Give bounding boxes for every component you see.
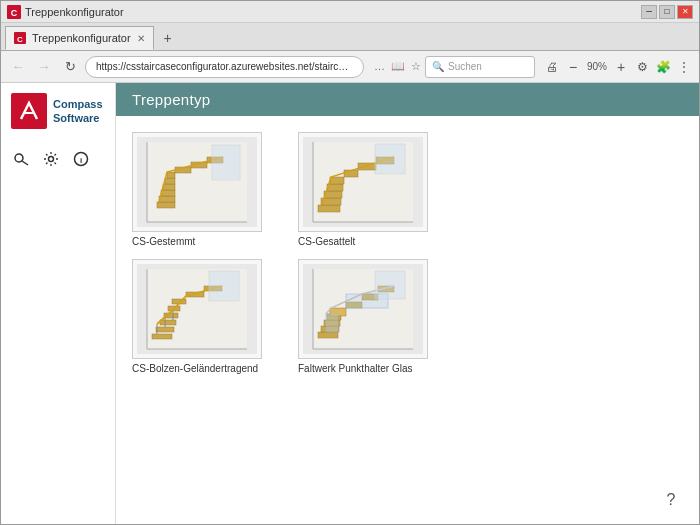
logo-line2: Software: [53, 111, 103, 125]
address-bar: ← → ↻ https://csstaircaseconfigurator.az…: [1, 51, 699, 83]
extensions-icon[interactable]: 🧩: [654, 58, 672, 76]
close-button[interactable]: ✕: [677, 5, 693, 19]
page-title: Treppentyp: [116, 83, 699, 116]
tab-close-button[interactable]: ✕: [137, 33, 145, 44]
search-placeholder: Suchen: [448, 61, 482, 72]
window-title: Treppenkonfigurator: [25, 6, 641, 18]
search-icon: 🔍: [432, 61, 444, 72]
staircase-label-gesattelt: CS-Gesattelt: [298, 236, 355, 247]
maximize-button[interactable]: □: [659, 5, 675, 19]
sidebar-toolbar: i: [11, 145, 105, 173]
help-button[interactable]: ?: [659, 488, 683, 512]
staircase-image-gesattelt[interactable]: [298, 132, 428, 232]
svg-rect-24: [212, 145, 240, 180]
staircase-image-bolzen[interactable]: [132, 259, 262, 359]
logo-line1: Compass: [53, 97, 103, 111]
main-content: Treppentyp: [116, 83, 699, 524]
svg-rect-14: [159, 196, 175, 202]
back-button[interactable]: ←: [7, 56, 29, 78]
svg-rect-64: [326, 314, 338, 332]
svg-rect-18: [167, 172, 175, 178]
list-item: CS-Bolzen-Geländertragend: [132, 259, 286, 374]
staircase-image-gestemmt[interactable]: [132, 132, 262, 232]
app-area: Compass Software i Treppentyp: [1, 83, 699, 524]
logo-text: Compass Software: [53, 97, 103, 126]
zoom-level[interactable]: 90%: [585, 58, 609, 76]
svg-rect-13: [157, 202, 175, 208]
zoom-out-icon[interactable]: −: [564, 58, 582, 76]
svg-rect-17: [165, 178, 175, 184]
svg-text:C: C: [17, 35, 23, 44]
forward-button[interactable]: →: [33, 56, 55, 78]
list-item: CS-Gesattelt: [298, 132, 452, 247]
gear-icon[interactable]: [41, 149, 61, 169]
settings-icon[interactable]: ⚙: [633, 58, 651, 76]
tab-label: Treppenkonfigurator: [32, 32, 131, 44]
browser-window: C Treppenkonfigurator ─ □ ✕ C Treppenkon…: [0, 0, 700, 525]
tab-bar: C Treppenkonfigurator ✕ +: [1, 23, 699, 51]
tab-favicon: C: [14, 32, 26, 44]
star-icon[interactable]: ☆: [411, 60, 421, 73]
sidebar: Compass Software i: [1, 83, 116, 524]
staircase-label-gestemmt: CS-Gestemmt: [132, 236, 195, 247]
staircase-label-faltwerk: Faltwerk Punkthalter Glas: [298, 363, 413, 374]
svg-point-8: [49, 157, 54, 162]
svg-rect-68: [375, 271, 405, 299]
svg-rect-53: [209, 271, 239, 301]
key-icon[interactable]: [11, 149, 31, 169]
zoom-in-icon[interactable]: +: [612, 58, 630, 76]
staircase-image-faltwerk[interactable]: [298, 259, 428, 359]
reload-button[interactable]: ↻: [59, 56, 81, 78]
list-item: CS-Gestemmt: [132, 132, 286, 247]
window-controls: ─ □ ✕: [641, 5, 693, 19]
print-icon[interactable]: 🖨: [543, 58, 561, 76]
svg-rect-42: [160, 320, 176, 325]
svg-rect-15: [161, 190, 175, 196]
staircase-grid: CS-Gestemmt: [132, 132, 452, 374]
menu-icon[interactable]: ⋮: [675, 58, 693, 76]
svg-text:C: C: [11, 8, 18, 18]
svg-text:i: i: [80, 156, 82, 165]
list-item: Faltwerk Punkthalter Glas: [298, 259, 452, 374]
active-tab[interactable]: C Treppenkonfigurator ✕: [5, 26, 154, 50]
logo-area: Compass Software: [11, 93, 105, 129]
logo-icon: [11, 93, 47, 129]
favicon: C: [7, 5, 21, 19]
url-text: https://csstaircaseconfigurator.azureweb…: [96, 61, 353, 72]
info-icon[interactable]: i: [71, 149, 91, 169]
new-tab-button[interactable]: +: [158, 28, 178, 48]
svg-rect-56: [318, 332, 338, 338]
main-body: CS-Gestemmt: [116, 116, 699, 524]
url-bar-actions: … 📖 ☆: [374, 60, 421, 73]
svg-line-7: [22, 161, 28, 165]
svg-rect-37: [375, 144, 405, 174]
staircase-label-bolzen: CS-Bolzen-Geländertragend: [132, 363, 258, 374]
bookmark-icon[interactable]: …: [374, 60, 385, 73]
svg-point-6: [15, 154, 23, 162]
svg-rect-30: [327, 184, 343, 191]
search-box[interactable]: 🔍 Suchen: [425, 56, 535, 78]
browser-toolbar: 🖨 − 90% + ⚙ 🧩 ⋮: [543, 58, 693, 76]
url-bar[interactable]: https://csstaircaseconfigurator.azureweb…: [85, 56, 364, 78]
minimize-button[interactable]: ─: [641, 5, 657, 19]
svg-rect-40: [152, 334, 172, 339]
svg-rect-31: [330, 177, 344, 184]
title-bar: C Treppenkonfigurator ─ □ ✕: [1, 1, 699, 23]
svg-rect-41: [156, 327, 174, 332]
svg-rect-27: [318, 205, 340, 212]
read-icon[interactable]: 📖: [391, 60, 405, 73]
svg-rect-16: [163, 184, 175, 190]
